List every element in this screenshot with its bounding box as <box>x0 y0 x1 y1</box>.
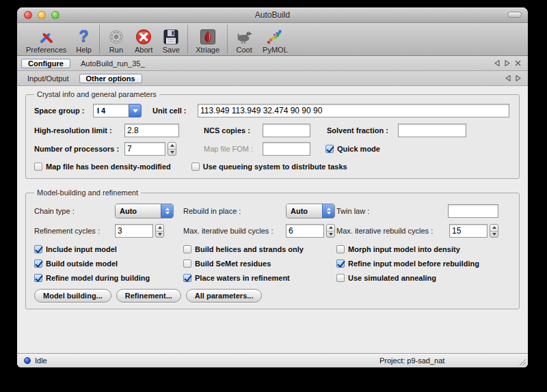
tab-scroll-right-icon[interactable] <box>516 75 521 81</box>
checkbox-label: Use simulated annealing <box>348 274 436 282</box>
model-building-params-button[interactable]: Model building... <box>34 289 111 303</box>
unit-cell-label: Unit cell : <box>152 107 194 115</box>
rebuild-in-place-label: Rebuild in place : <box>183 207 286 215</box>
num-processors-input[interactable] <box>124 142 165 156</box>
sim-annealing-checkbox[interactable]: Use simulated annealing <box>336 274 511 282</box>
max-build-cycles-input[interactable] <box>286 224 324 238</box>
autobuild-window: AutoBuild Preferences ? Help <box>17 8 528 367</box>
help-button[interactable]: ? Help <box>71 23 96 55</box>
status-bar: Idle Project: p9-sad_nat <box>17 353 528 367</box>
tab-autobuild-run[interactable]: AutoBuild_run_35_ <box>75 59 151 68</box>
checkbox-label: Build outside model <box>46 260 118 268</box>
build-semet-checkbox[interactable]: Build SeMet residues <box>183 260 336 268</box>
ncs-copies-label: NCS copies : <box>204 126 263 135</box>
tab-scroll-left-icon[interactable] <box>505 75 511 81</box>
combo-dropdown-button[interactable] <box>129 104 142 117</box>
project-label: Project: p9-sad_nat <box>379 356 444 365</box>
pymol-button[interactable]: PyMOL <box>258 23 293 55</box>
bird-icon <box>235 27 253 46</box>
toolbar-item-label: Xtriage <box>196 46 219 54</box>
high-res-label: High-resolution limit : <box>34 126 124 135</box>
num-processors-stepper[interactable] <box>168 142 176 156</box>
refine-during-checkbox[interactable]: Refine model during building <box>34 274 183 282</box>
tab-close-icon[interactable] <box>515 60 521 66</box>
run-button[interactable]: Run <box>103 23 130 55</box>
save-button[interactable]: Save <box>157 23 185 55</box>
checkbox-box[interactable] <box>336 245 345 253</box>
chain-type-popup[interactable]: Auto <box>115 204 174 219</box>
build-helices-checkbox[interactable]: Build helices and strands only <box>183 245 336 253</box>
max-rebuild-cycles-stepper[interactable] <box>490 224 498 238</box>
checkbox-box[interactable] <box>34 274 42 282</box>
run-tab-bar: Configure AutoBuild_run_35_ <box>17 56 528 71</box>
checkbox-box[interactable] <box>183 274 191 282</box>
toolbar-item-label: PyMOL <box>263 46 288 54</box>
max-rebuild-cycles-input[interactable] <box>449 224 488 238</box>
tab-configure[interactable]: Configure <box>21 59 70 68</box>
crystal-info-group: Crystal info and general parameters Spac… <box>25 90 520 179</box>
checkbox-label: Include input model <box>46 245 117 253</box>
abort-button[interactable]: Abort <box>130 23 157 55</box>
high-res-input[interactable] <box>124 124 179 137</box>
tab-other-options[interactable]: Other options <box>79 74 142 83</box>
tab-scroll-left-icon[interactable] <box>494 60 500 66</box>
toolbar-item-label: Preferences <box>26 46 66 54</box>
crystal-info-legend: Crystal info and general parameters <box>34 90 159 98</box>
solvent-fraction-label: Solvent fraction : <box>327 126 394 135</box>
checkbox-box[interactable] <box>183 245 191 253</box>
density-modified-checkbox[interactable]: Map file has been density-modified <box>34 163 171 171</box>
max-build-cycles-stepper[interactable] <box>326 224 335 238</box>
model-building-group: Model-building and refinement Chain type… <box>25 188 520 309</box>
place-waters-checkbox[interactable]: Place waters in refinement <box>183 274 336 282</box>
refinement-params-button[interactable]: Refinement... <box>116 289 181 303</box>
twin-law-input[interactable] <box>448 204 498 218</box>
quick-mode-checkbox[interactable]: Quick mode <box>325 145 380 153</box>
toolbar-item-label: Save <box>163 46 180 54</box>
checkbox-box[interactable] <box>183 260 191 268</box>
build-outside-checkbox[interactable]: Build outside model <box>34 260 183 268</box>
checkbox-label: Use queueing system to distribute tasks <box>203 163 347 171</box>
resize-grip[interactable] <box>518 357 526 366</box>
toolbar-separator <box>227 25 228 54</box>
map-fom-input[interactable] <box>263 142 310 156</box>
checkbox-label: Build SeMet residues <box>195 260 271 268</box>
unit-cell-input[interactable] <box>198 104 509 117</box>
morph-input-checkbox[interactable]: Morph input model into density <box>336 245 511 253</box>
tab-scroll-right-icon[interactable] <box>505 60 510 66</box>
window-title: AutoBuild <box>17 10 528 20</box>
twin-law-label: Twin law : <box>336 207 369 215</box>
refine-input-checkbox[interactable]: Refine input model before rebuilding <box>336 260 511 268</box>
space-group-label: Space group : <box>34 107 93 115</box>
include-input-model-checkbox[interactable]: Include input model <box>34 245 183 253</box>
checkbox-box[interactable] <box>34 163 42 171</box>
refinement-cycles-label: Refinement cycles : <box>34 227 115 235</box>
solvent-fraction-input[interactable] <box>398 124 466 137</box>
space-group-value: I 4 <box>93 104 129 117</box>
rebuild-in-place-popup[interactable]: Auto <box>286 204 335 219</box>
checkbox-box[interactable] <box>34 245 42 253</box>
checkbox-box[interactable] <box>336 260 345 268</box>
checkbox-box[interactable] <box>34 260 42 268</box>
checkbox-box[interactable] <box>336 274 345 282</box>
coot-button[interactable]: Coot <box>230 23 258 55</box>
tab-input-output[interactable]: Input/Output <box>21 74 75 83</box>
model-building-legend: Model-building and refinement <box>34 188 141 197</box>
toolbar: Preferences ? Help Run <box>17 23 528 56</box>
title-bar[interactable]: AutoBuild <box>17 8 528 23</box>
toolbar-item-label: Help <box>76 46 92 54</box>
space-group-combobox[interactable]: I 4 <box>93 104 142 117</box>
all-parameters-button[interactable]: All parameters... <box>186 289 263 303</box>
xtriage-button[interactable]: Xtriage <box>191 23 224 55</box>
preferences-button[interactable]: Preferences <box>21 23 71 55</box>
toolbar-toggle-button[interactable] <box>507 12 522 18</box>
queueing-checkbox[interactable]: Use queueing system to distribute tasks <box>191 163 347 171</box>
checkbox-label: Place waters in refinement <box>195 274 290 282</box>
refinement-cycles-stepper[interactable] <box>155 224 164 238</box>
refinement-cycles-input[interactable] <box>115 224 153 238</box>
page-tab-bar: Input/Output Other options <box>17 71 528 86</box>
ncs-copies-input[interactable] <box>263 124 310 137</box>
tools-icon <box>38 27 55 46</box>
checkbox-box[interactable] <box>325 145 334 153</box>
checkbox-box[interactable] <box>191 163 200 171</box>
checkbox-label: Refine input model before rebuilding <box>348 260 479 268</box>
